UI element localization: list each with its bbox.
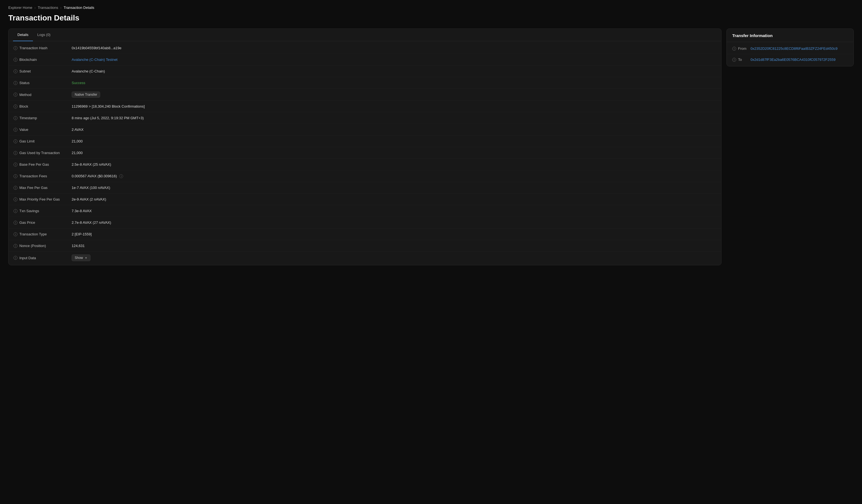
transfer-rows: i From 0x2352D20fC81225c8ECD8f6FaaIB3ZFZ…	[727, 42, 853, 66]
method-badge: Native Transfer	[71, 92, 100, 98]
value-blockchain[interactable]: Avalanche (C-Chain) Testnet	[71, 57, 118, 62]
info-icon-transaction-fees: i	[14, 174, 17, 178]
info-icon-txn-savings: i	[14, 209, 17, 213]
info-icon-to: i	[732, 58, 736, 62]
label-nonce: i Nonce (Position)	[14, 244, 71, 248]
details-card: Details Logs (0) i Transaction Hash 0x14…	[8, 28, 721, 265]
info-icon-max-fee: i	[14, 186, 17, 190]
label-txn-savings: i Txn Savings	[14, 209, 71, 213]
info-icon-method: i	[14, 93, 17, 96]
info-icon-subnet: i	[14, 69, 17, 73]
info-icon-hash: i	[14, 46, 17, 50]
label-transaction-fees: i Transaction Fees	[14, 174, 71, 178]
transfer-from-address[interactable]: 0x2352D20fC81225c8ECD8f6FaaIB3ZFZ24FEd45…	[750, 47, 837, 51]
label-gas-limit: i Gas Limit	[14, 139, 71, 143]
tab-logs[interactable]: Logs (0)	[33, 29, 55, 41]
info-icon-status: i	[14, 81, 17, 85]
label-gas-used: i Gas Used by Transaction	[14, 151, 71, 155]
info-icon-block: i	[14, 105, 17, 108]
main-layout: Details Logs (0) i Transaction Hash 0x14…	[8, 28, 854, 265]
page-title: Transaction Details	[8, 14, 854, 23]
row-base-fee: i Base Fee Per Gas 2.5e-8 AVAX (25 nAVAX…	[9, 159, 721, 170]
row-timestamp: i Timestamp 8 mins ago (Jul 5, 2022, 9:1…	[9, 112, 721, 124]
transfer-to-address[interactable]: 0x2d1d87fF3Ea2ba6E0576BCA4310fC057972F25…	[750, 57, 835, 62]
label-base-fee: i Base Fee Per Gas	[14, 162, 71, 167]
transfer-card: Transfer Information i From 0x2352D20fC8…	[727, 28, 854, 66]
label-value: i Value	[14, 128, 71, 132]
info-icon-from: i	[732, 47, 736, 51]
value-txn-savings: 7.3e-8 AVAX	[71, 209, 92, 213]
label-timestamp: i Timestamp	[14, 116, 71, 120]
chevron-down-icon: ▼	[84, 256, 88, 260]
info-icon-transaction-type: i	[14, 233, 17, 236]
row-subnet: i Subnet Avalanche (C-Chain)	[9, 66, 721, 77]
show-input-data-button[interactable]: Show ▼	[71, 254, 90, 261]
block-number-link[interactable]: 11296969	[71, 104, 88, 108]
transfer-from-label: i From	[732, 47, 746, 51]
row-status: i Status Success	[9, 77, 721, 89]
breadcrumb: Explorer Home › Transactions › Transacti…	[8, 5, 854, 10]
value-block: 11296969 > [18,304,240 Block Confirmatio…	[71, 104, 145, 108]
info-icon-gas-used: i	[14, 151, 17, 155]
transfer-to-label: i To	[732, 57, 746, 62]
row-method: i Method Native Transfer	[9, 89, 721, 101]
info-icon-gas-limit: i	[14, 140, 17, 143]
row-transaction-hash: i Transaction Hash 0x1419b04559bf140ab8.…	[9, 42, 721, 54]
breadcrumb-sep-2: ›	[60, 6, 62, 10]
info-icon-nonce: i	[14, 244, 17, 248]
value-transaction-fees: 0.000567 AVAX ($0.009616) i	[71, 174, 123, 178]
row-txn-savings: i Txn Savings 7.3e-8 AVAX	[9, 205, 721, 217]
value-max-fee: 1e-7 AVAX (100 nAVAX)	[71, 186, 110, 190]
info-icon-input-data: i	[14, 256, 17, 260]
value-method: Native Transfer	[71, 92, 100, 98]
row-input-data: i Input Data Show ▼	[9, 252, 721, 264]
label-gas-price: i Gas Price	[14, 221, 71, 225]
value-subnet: Avalanche (C-Chain)	[71, 69, 105, 73]
row-blockchain: i Blockchain Avalanche (C-Chain) Testnet	[9, 54, 721, 66]
value-transaction-hash: 0x1419b04559bf140ab8...a19e	[71, 46, 121, 50]
tab-details[interactable]: Details	[13, 29, 33, 41]
value-base-fee: 2.5e-8 AVAX (25 nAVAX)	[71, 162, 111, 167]
transfer-from-row: i From 0x2352D20fC81225c8ECD8f6FaaIB3ZFZ…	[727, 43, 853, 54]
row-block: i Block 11296969 > [18,304,240 Block Con…	[9, 101, 721, 112]
row-transaction-fees: i Transaction Fees 0.000567 AVAX ($0.009…	[9, 170, 721, 182]
breadcrumb-home[interactable]: Explorer Home	[8, 5, 32, 10]
breadcrumb-current: Transaction Details	[64, 5, 94, 10]
info-icon-timestamp: i	[14, 116, 17, 120]
value-timestamp: 8 mins ago (Jul 5, 2022, 9:19:32 PM GMT+…	[71, 116, 144, 120]
info-icon-gas-price: i	[14, 221, 17, 225]
info-icon-base-fee: i	[14, 163, 17, 167]
row-nonce: i Nonce (Position) 124,631	[9, 240, 721, 252]
label-block: i Block	[14, 104, 71, 108]
breadcrumb-sep-1: ›	[35, 6, 36, 10]
info-icon-value: i	[14, 128, 17, 132]
label-max-fee: i Max Fee Per Gas	[14, 186, 71, 190]
row-value: i Value 2 AVAX	[9, 124, 721, 135]
value-nonce: 124,631	[71, 244, 84, 248]
label-input-data: i Input Data	[14, 256, 71, 260]
label-transaction-type: i Transaction Type	[14, 232, 71, 236]
value-status: Success	[71, 81, 85, 85]
value-gas-price: 2.7e-8 AVAX (27 nAVAX)	[71, 221, 111, 225]
label-status: i Status	[14, 81, 71, 85]
detail-rows: i Transaction Hash 0x1419b04559bf140ab8.…	[9, 41, 721, 265]
row-gas-used: i Gas Used by Transaction 21,000	[9, 147, 721, 159]
value-max-priority-fee: 2e-9 AVAX (2 nAVAX)	[71, 197, 106, 201]
transfer-to-row: i To 0x2d1d87fF3Ea2ba6E0576BCA4310fC0579…	[727, 54, 853, 65]
label-transaction-hash: i Transaction Hash	[14, 46, 71, 50]
row-gas-limit: i Gas Limit 21,000	[9, 135, 721, 147]
value-transaction-type: 2 [EIP-1559]	[71, 232, 92, 236]
value-gas-limit: 21,000	[71, 139, 83, 143]
row-transaction-type: i Transaction Type 2 [EIP-1559]	[9, 228, 721, 240]
row-gas-price: i Gas Price 2.7e-8 AVAX (27 nAVAX)	[9, 217, 721, 228]
transfer-title: Transfer Information	[727, 29, 853, 42]
label-max-priority-fee: i Max Priority Fee Per Gas	[14, 197, 71, 201]
label-subnet: i Subnet	[14, 69, 71, 73]
info-icon-max-priority-fee: i	[14, 198, 17, 201]
breadcrumb-transactions[interactable]: Transactions	[38, 5, 58, 10]
fees-info-icon[interactable]: i	[119, 174, 123, 178]
row-max-priority-fee: i Max Priority Fee Per Gas 2e-9 AVAX (2 …	[9, 194, 721, 205]
label-method: i Method	[14, 93, 71, 97]
value-input-data: Show ▼	[71, 254, 90, 261]
value-value: 2 AVAX	[71, 128, 83, 132]
